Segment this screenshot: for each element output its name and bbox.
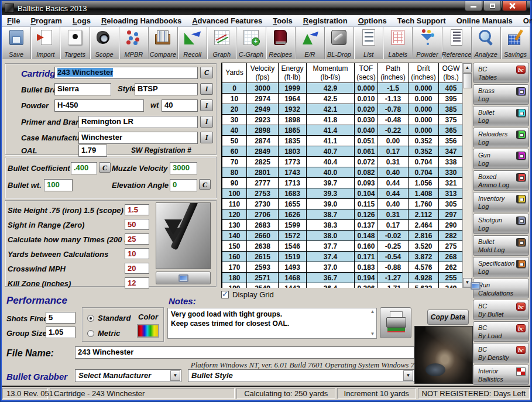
- toolbar-button[interactable]: Import: [31, 27, 60, 59]
- copy-data-button[interactable]: Copy Data: [427, 310, 469, 325]
- manufacturer-dropdown-arrow-icon[interactable]: ▼: [170, 370, 180, 381]
- scroll-up-button[interactable]: ▲: [463, 63, 472, 73]
- sidebar-button-line1: Brass: [478, 87, 495, 94]
- menu-item[interactable]: Tech Support: [392, 16, 451, 26]
- toolbar-button[interactable]: Powder: [413, 27, 442, 59]
- menu-item[interactable]: Online Suppliers: [518, 16, 532, 26]
- toolbar-button[interactable]: Labels: [383, 27, 413, 59]
- metric-radio-circle[interactable]: [87, 330, 94, 337]
- sidebar-button[interactable]: BulletLog: [473, 106, 529, 126]
- toolbar-button-label: MPBR: [124, 51, 143, 59]
- metric-radio[interactable]: Metric: [87, 328, 120, 338]
- oal-input[interactable]: 1.79: [78, 145, 107, 157]
- menu-item[interactable]: Online Manuals: [451, 16, 518, 26]
- sidebar-button[interactable]: RunCalculations: [473, 279, 529, 299]
- bullet-brand-input[interactable]: Sierra: [54, 83, 111, 95]
- menu-item[interactable]: File: [2, 16, 25, 26]
- sidebar-button[interactable]: ShotgunLog: [473, 214, 529, 234]
- toolbar-button[interactable]: Recipes: [266, 27, 296, 59]
- menu-item[interactable]: Advanced Features: [187, 16, 267, 26]
- bullet-coefficient-input[interactable]: .400: [71, 162, 97, 174]
- file-name-input[interactable]: 243 Winchester: [75, 346, 414, 359]
- toolbar-button[interactable]: List: [354, 27, 383, 59]
- setting-input[interactable]: 10: [125, 248, 149, 259]
- sidebar-button-line1: BC: [478, 324, 487, 331]
- print-button[interactable]: [380, 307, 411, 338]
- sidebar-button[interactable]: ReloadersLog: [473, 128, 529, 148]
- notes-textarea[interactable]: Very good load with tight groups. Keep c…: [167, 308, 377, 339]
- menu-item[interactable]: Logs: [67, 16, 96, 26]
- powder-wt-input[interactable]: 40: [162, 99, 198, 112]
- sidebar-button[interactable]: BulletMold Log: [473, 235, 529, 256]
- toolbar-button[interactable]: Reference: [442, 27, 472, 59]
- menu-item[interactable]: Registration: [298, 16, 353, 26]
- setting-input[interactable]: 1.5: [125, 204, 149, 215]
- setting-input[interactable]: 25: [125, 233, 149, 245]
- menu-item[interactable]: Options: [353, 16, 392, 26]
- cartridge-input[interactable]: 243 Winchester: [54, 67, 198, 79]
- shots-fired-input[interactable]: 5: [46, 312, 75, 324]
- sidebar-button[interactable]: InventoryLog: [473, 192, 529, 212]
- sidebar-button[interactable]: GunLog: [473, 149, 529, 169]
- notes-scroll-up-icon[interactable]: ▲: [369, 309, 376, 314]
- color-picker-button[interactable]: [137, 324, 159, 338]
- kill-zone-tool-button[interactable]: [156, 272, 211, 284]
- case-info-button[interactable]: I: [200, 132, 213, 143]
- primer-input[interactable]: Remington LR: [78, 116, 198, 128]
- toolbar-button[interactable]: Savings: [501, 27, 530, 59]
- bullet-style-dropdown-arrow-icon[interactable]: ▼: [403, 370, 413, 381]
- muzzle-velocity-input[interactable]: 3000: [170, 162, 197, 174]
- toolbar-button[interactable]: Save: [2, 27, 31, 59]
- toolbar-button[interactable]: Graph: [207, 27, 236, 59]
- cartridge-c-button[interactable]: C: [200, 67, 213, 78]
- sidebar-button[interactable]: SpecificationLog: [473, 257, 529, 277]
- group-size-input[interactable]: 1.05: [46, 327, 75, 338]
- toolbar-button[interactable]: BL-Drop: [325, 27, 354, 59]
- toolbar-button[interactable]: Compare: [149, 27, 178, 59]
- sidebar-button[interactable]: BCTables: [473, 63, 529, 83]
- case-input[interactable]: Winchester: [78, 132, 198, 144]
- scroll-thumb[interactable]: [463, 73, 472, 88]
- notes-scroll-arrows[interactable]: ▲▼: [369, 309, 376, 336]
- standard-radio[interactable]: Standard: [87, 312, 131, 323]
- menu-item[interactable]: Program: [25, 16, 67, 26]
- notes-scroll-down-icon[interactable]: ▼: [369, 331, 376, 336]
- setting-input[interactable]: 20: [125, 263, 149, 274]
- bullet-style-dropdown[interactable]: Bullet Style ▼: [188, 369, 414, 382]
- toolbar-button[interactable]: E/R: [296, 27, 325, 59]
- bullet-style-input[interactable]: BTSP: [135, 83, 198, 95]
- printer-icon: [386, 311, 405, 332]
- primer-info-button[interactable]: I: [200, 116, 213, 128]
- sidebar-button[interactable]: BCBy Density: [473, 343, 529, 363]
- minimize-button[interactable]: [465, 1, 482, 11]
- table-scrollbar[interactable]: ▲ ▼: [462, 63, 472, 288]
- bullet-wt-input[interactable]: 100: [44, 179, 73, 191]
- toolbar-button[interactable]: MPBR: [119, 27, 149, 59]
- bullet-info-button[interactable]: I: [200, 83, 213, 95]
- display-grid-checkbox[interactable]: [221, 291, 229, 298]
- powder-input[interactable]: H-450: [54, 99, 144, 112]
- toolbar-button[interactable]: Analyze: [472, 27, 501, 59]
- setting-input[interactable]: 50: [125, 219, 149, 230]
- powder-info-button[interactable]: I: [200, 99, 213, 111]
- toolbar-button[interactable]: Recoil: [178, 27, 207, 59]
- sidebar-button[interactable]: BCBy Load: [473, 321, 529, 342]
- menu-item[interactable]: Tools: [267, 16, 298, 26]
- sidebar-button[interactable]: InteriorBallistics: [473, 365, 529, 385]
- toolbar-button[interactable]: Targets: [60, 27, 90, 59]
- setting-input[interactable]: 12: [125, 277, 149, 288]
- toolbar-button[interactable]: C-Graph: [236, 27, 266, 59]
- coefficient-c-button[interactable]: C: [99, 162, 111, 173]
- maximize-button[interactable]: [483, 1, 501, 11]
- toolbar-button[interactable]: Scope: [90, 27, 119, 59]
- manufacturer-dropdown[interactable]: Select Manufacturer ▼: [75, 369, 181, 382]
- sidebar-button[interactable]: BoxedAmmo Log: [473, 170, 529, 191]
- minimize-icon: [471, 6, 476, 8]
- sidebar-button[interactable]: BrassLog: [473, 84, 529, 105]
- sidebar-button[interactable]: BCBy Bullet: [473, 300, 529, 320]
- close-button[interactable]: [502, 1, 527, 11]
- elevation-angle-input[interactable]: 0: [170, 179, 197, 191]
- standard-radio-circle[interactable]: [87, 315, 94, 322]
- elevation-c-button[interactable]: C: [199, 179, 211, 190]
- menu-item[interactable]: Reloading Handbooks: [96, 16, 187, 26]
